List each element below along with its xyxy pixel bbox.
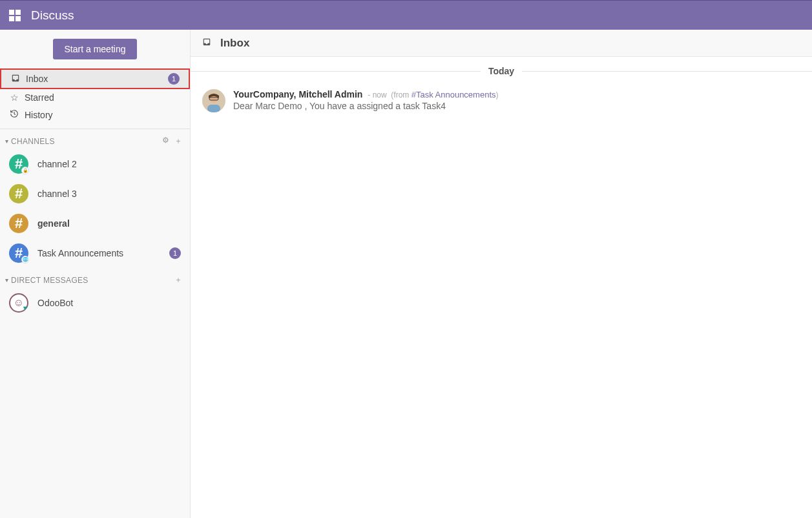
history-icon [9, 109, 19, 120]
channel-label: channel 3 [37, 189, 181, 199]
dm-label: OdooBot [37, 298, 73, 308]
apps-icon[interactable] [9, 10, 21, 21]
channels-header[interactable]: ▾ CHANNELS ⚙ ＋ [0, 129, 190, 149]
message-time: now [373, 90, 387, 99]
channel-badge: 1 [169, 247, 181, 259]
thread-header: Inbox [191, 30, 812, 57]
caret-down-icon: ▾ [5, 138, 8, 145]
channel-label: Task Announcements [37, 248, 169, 258]
channel-label: channel 2 [37, 159, 181, 169]
star-icon: ☆ [9, 92, 19, 103]
bot-avatar-icon: ☺♥ [9, 293, 28, 313]
top-bar: Discuss [0, 0, 812, 30]
lock-icon: 🔒 [21, 167, 29, 174]
dm-header[interactable]: ▾ DIRECT MESSAGES ＋ [0, 268, 190, 288]
avatar [202, 89, 225, 112]
thread-title: Inbox [220, 37, 249, 50]
plus-icon[interactable]: ＋ [174, 136, 182, 147]
message-body: Dear Marc Demo , You have a assigned a t… [233, 101, 800, 111]
hash-icon: #🔒 [9, 154, 28, 174]
hash-icon: #🌐 [9, 243, 28, 263]
dm-item[interactable]: ☺♥OdooBot [0, 288, 190, 318]
inbox-badge: 1 [168, 73, 180, 85]
channel-item[interactable]: #channel 3 [0, 179, 190, 209]
app-title: Discuss [31, 8, 74, 23]
caret-down-icon: ▾ [5, 276, 8, 284]
globe-icon: 🌐 [21, 256, 29, 264]
sidebar: Start a meeting Inbox 1 ☆ Starred Histor… [0, 30, 191, 518]
start-meeting-button[interactable]: Start a meeting [53, 39, 138, 59]
mailbox-label: Inbox [26, 74, 168, 84]
mailbox-history[interactable]: History [0, 106, 190, 123]
message-source-channel[interactable]: #Task Announcements [411, 90, 496, 99]
main-pane: Inbox Today YourCompany, Mitchell Admin … [191, 30, 812, 518]
channel-item[interactable]: #🌐Task Announcements1 [0, 238, 190, 268]
inbox-icon [10, 74, 21, 85]
mailbox-starred[interactable]: ☆ Starred [0, 89, 190, 106]
hash-icon: # [9, 184, 28, 203]
message: YourCompany, Mitchell Admin - now (from … [191, 83, 812, 119]
hash-icon: # [9, 214, 28, 233]
date-separator: Today [191, 66, 812, 76]
mailbox-label: History [25, 110, 181, 120]
channel-item[interactable]: #🔒channel 2 [0, 149, 190, 179]
inbox-icon [202, 37, 211, 48]
channel-label: general [37, 218, 181, 229]
svg-rect-3 [207, 105, 220, 112]
message-author: YourCompany, Mitchell Admin [233, 89, 362, 99]
mailbox-label: Starred [25, 92, 181, 103]
plus-icon[interactable]: ＋ [174, 275, 182, 285]
mailbox-inbox[interactable]: Inbox 1 [0, 68, 190, 89]
gear-icon[interactable]: ⚙ [162, 136, 169, 147]
channel-item[interactable]: #general [0, 209, 190, 238]
